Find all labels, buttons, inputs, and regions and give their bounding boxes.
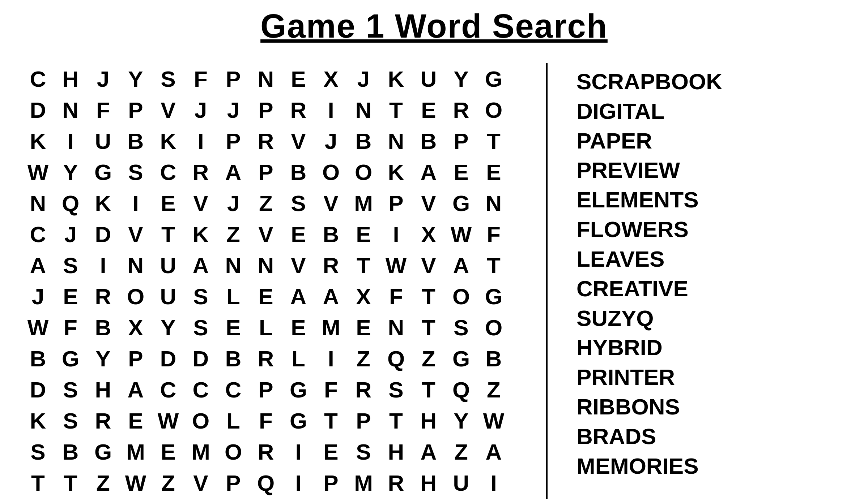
grid-row: JEROUSLEAAXFTOG: [22, 281, 510, 312]
grid-cell-10-2: H: [87, 374, 119, 405]
grid-cell-7-10: X: [347, 281, 380, 312]
grid-cell-12-9: E: [315, 436, 347, 467]
grid-cell-5-8: E: [282, 219, 315, 250]
word-list-section: SCRAPBOOKDIGITALPAPERPREVIEWELEMENTSFLOW…: [562, 63, 846, 481]
grid-cell-12-8: I: [282, 436, 315, 467]
word-list-item: RIBBONS: [576, 392, 846, 422]
grid-cell-8-9: M: [315, 312, 347, 343]
grid-cell-11-9: T: [315, 405, 347, 436]
grid-cell-9-14: B: [477, 343, 510, 374]
grid-row: WFBXYSELEMENTSO: [22, 312, 510, 343]
grid-cell-0-3: Y: [119, 63, 152, 94]
word-list-item: HYBRID: [576, 333, 846, 362]
grid-cell-13-0: T: [22, 467, 54, 498]
grid-cell-5-13: W: [445, 219, 477, 250]
grid-cell-1-12: E: [412, 94, 445, 125]
grid-row: KIUBKIPRVJBNBPT: [22, 125, 510, 156]
grid-cell-9-9: I: [315, 343, 347, 374]
grid-row: NQKIEVJZSVMPVGN: [22, 188, 510, 219]
main-content: CHJYSFPNEXJKUYGDNFPVJJPRINTEROKIUBKIPRVJ…: [22, 63, 846, 499]
grid-cell-6-0: A: [22, 250, 54, 281]
grid-cell-9-13: G: [445, 343, 477, 374]
grid-cell-3-11: K: [380, 156, 412, 188]
word-list-item: PAPER: [576, 126, 846, 156]
grid-cell-4-10: M: [347, 188, 380, 219]
grid-cell-0-14: G: [477, 63, 510, 94]
grid-cell-4-12: V: [412, 188, 445, 219]
grid-cell-1-14: O: [477, 94, 510, 125]
grid-cell-9-1: G: [54, 343, 87, 374]
grid-cell-5-2: D: [87, 219, 119, 250]
grid-cell-9-3: P: [119, 343, 152, 374]
word-list-item: ELEMENTS: [576, 185, 846, 215]
grid-cell-10-10: R: [347, 374, 380, 405]
grid-cell-13-14: I: [477, 467, 510, 498]
grid-cell-5-3: V: [119, 219, 152, 250]
grid-cell-8-8: E: [282, 312, 315, 343]
grid-cell-9-6: B: [217, 343, 250, 374]
grid-row: DNFPVJJPRINTERO: [22, 94, 510, 125]
grid-cell-11-10: P: [347, 405, 380, 436]
grid-cell-10-0: D: [22, 374, 54, 405]
grid-cell-13-3: W: [119, 467, 152, 498]
grid-cell-9-0: B: [22, 343, 54, 374]
grid-cell-8-0: W: [22, 312, 54, 343]
vertical-divider: [546, 63, 548, 499]
grid-cell-6-2: I: [87, 250, 119, 281]
grid-cell-3-1: Y: [54, 156, 87, 188]
grid-cell-4-14: N: [477, 188, 510, 219]
grid-cell-11-11: T: [380, 405, 412, 436]
grid-cell-5-6: Z: [217, 219, 250, 250]
grid-cell-6-5: A: [184, 250, 217, 281]
grid-cell-2-9: J: [315, 125, 347, 156]
grid-cell-13-11: R: [380, 467, 412, 498]
grid-cell-12-2: G: [87, 436, 119, 467]
grid-cell-10-5: C: [184, 374, 217, 405]
grid-cell-11-8: G: [282, 405, 315, 436]
grid-cell-7-8: A: [282, 281, 315, 312]
grid-cell-13-2: Z: [87, 467, 119, 498]
grid-cell-4-11: P: [380, 188, 412, 219]
word-list-item: SUZYQ: [576, 304, 846, 333]
grid-cell-7-5: S: [184, 281, 217, 312]
grid-cell-2-13: P: [445, 125, 477, 156]
grid-cell-2-6: P: [217, 125, 250, 156]
grid-cell-5-11: I: [380, 219, 412, 250]
grid-cell-7-1: E: [54, 281, 87, 312]
grid-row: DSHACCCPGFRSTQZ: [22, 374, 510, 405]
grid-cell-8-2: B: [87, 312, 119, 343]
grid-cell-8-7: L: [250, 312, 282, 343]
grid-cell-5-5: K: [184, 219, 217, 250]
grid-cell-7-12: T: [412, 281, 445, 312]
grid-cell-0-11: K: [380, 63, 412, 94]
grid-cell-8-10: E: [347, 312, 380, 343]
grid-cell-10-7: P: [250, 374, 282, 405]
grid-row: CJDVTKZVEBEIXWF: [22, 219, 510, 250]
word-list-item: DIGITAL: [576, 96, 846, 126]
word-list-item: PREVIEW: [576, 155, 846, 185]
word-list-item: FLOWERS: [576, 215, 846, 244]
grid-cell-7-3: O: [119, 281, 152, 312]
grid-cell-0-10: J: [347, 63, 380, 94]
word-list-item: CREATIVE: [576, 274, 846, 304]
grid-cell-8-14: O: [477, 312, 510, 343]
grid-cell-6-10: T: [347, 250, 380, 281]
grid-cell-8-5: S: [184, 312, 217, 343]
grid-cell-9-5: D: [184, 343, 217, 374]
grid-cell-7-0: J: [22, 281, 54, 312]
grid-cell-5-4: T: [152, 219, 184, 250]
grid-cell-3-12: A: [412, 156, 445, 188]
word-list-item: BRADS: [576, 422, 846, 451]
grid-cell-1-11: T: [380, 94, 412, 125]
grid-cell-7-11: F: [380, 281, 412, 312]
grid-cell-6-8: V: [282, 250, 315, 281]
grid-cell-3-2: G: [87, 156, 119, 188]
grid-cell-5-0: C: [22, 219, 54, 250]
grid-cell-13-6: P: [217, 467, 250, 498]
grid-cell-4-7: Z: [250, 188, 282, 219]
grid-cell-12-14: A: [477, 436, 510, 467]
grid-cell-9-8: L: [282, 343, 315, 374]
grid-cell-8-11: N: [380, 312, 412, 343]
grid-cell-12-6: O: [217, 436, 250, 467]
grid-cell-1-7: P: [250, 94, 282, 125]
